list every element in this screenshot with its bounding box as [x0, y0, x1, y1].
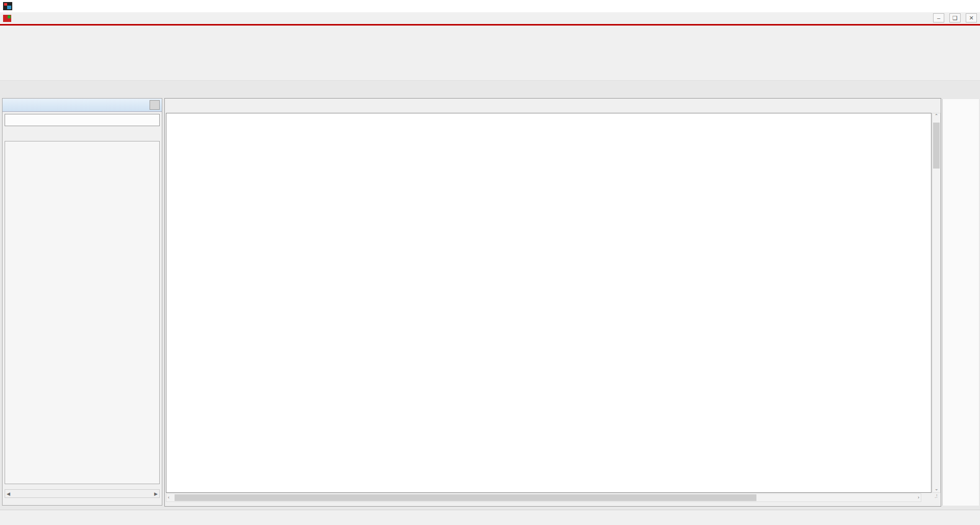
pspice-toolbar: [0, 45, 980, 62]
vscroll-thumb[interactable]: [933, 123, 940, 169]
scroll-right-icon[interactable]: ▶: [154, 491, 158, 496]
project-tree: [5, 141, 160, 484]
app-icon: [3, 2, 12, 10]
project-panel-tabs: [5, 128, 160, 141]
panel-close-button[interactable]: [150, 100, 160, 110]
status-bar: [0, 510, 980, 525]
scroll-right-icon[interactable]: ›: [918, 495, 919, 500]
scroll-left-icon[interactable]: ◀: [7, 491, 10, 496]
document-icon: [3, 15, 11, 22]
title-bar: [0, 0, 980, 12]
edit-toolbar: [0, 62, 980, 81]
project-panel-caption[interactable]: [3, 99, 162, 112]
menu-bar: – ❏ ✕: [0, 12, 980, 24]
project-manager-panel: ◀ ▶: [2, 98, 162, 506]
resize-grip[interactable]: .⁝: [932, 493, 940, 502]
child-restore-button[interactable]: ❏: [949, 13, 961, 22]
minimize-button[interactable]: [910, 0, 933, 12]
horizontal-scrollbar[interactable]: ‹›: [166, 493, 921, 502]
scroll-left-icon[interactable]: ‹: [168, 495, 169, 500]
close-button[interactable]: [957, 0, 980, 12]
tool-palette: [942, 99, 979, 506]
scroll-down-icon[interactable]: ⌄: [935, 486, 939, 491]
hscroll-thumb[interactable]: [175, 494, 756, 501]
child-close-button[interactable]: ✕: [966, 13, 977, 22]
schematic-canvas[interactable]: [166, 113, 932, 493]
standard-toolbar: [0, 27, 980, 45]
schematic-editor-window: ⌃⌄ ‹› .⁝: [164, 98, 941, 507]
maximize-button[interactable]: [933, 0, 957, 12]
project-panel-hscrollbar[interactable]: ◀ ▶: [5, 489, 160, 498]
child-minimize-button[interactable]: –: [933, 13, 944, 22]
pcb-header: [5, 114, 160, 126]
vertical-scrollbar[interactable]: ⌃⌄: [932, 113, 941, 493]
workspace: ◀ ▶ ⌃⌄ ‹› .⁝: [0, 81, 980, 510]
